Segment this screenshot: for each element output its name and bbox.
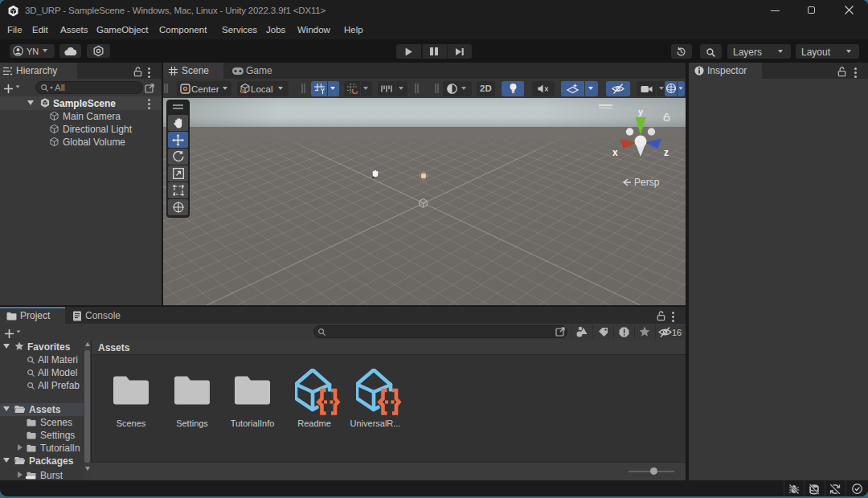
svg-text:y: y <box>638 107 644 116</box>
svg-text:x: x <box>612 147 618 158</box>
svg-text:z: z <box>664 147 669 158</box>
